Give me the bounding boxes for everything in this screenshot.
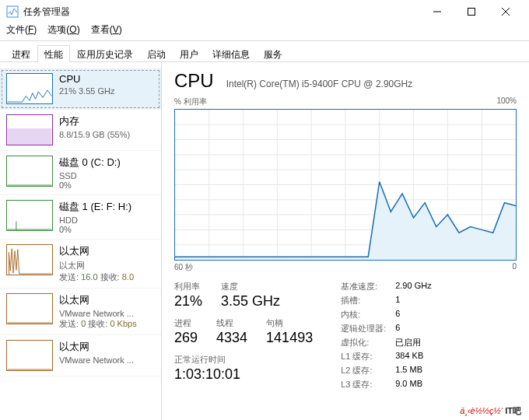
tab-details[interactable]: 详细信息: [205, 45, 257, 62]
sidebar-item-label: 内存: [59, 114, 130, 128]
svg-rect-5: [8, 128, 52, 145]
sidebar: CPU 21% 3.55 GHz 内存 8.8/15.9 GB (55%) 磁盘…: [0, 62, 162, 420]
thumb-cpu: [6, 73, 53, 104]
sidebar-item-cpu[interactable]: CPU 21% 3.55 GHz: [0, 68, 161, 110]
chart-bottom-labels: 60 秒 0: [174, 262, 517, 273]
tab-processes[interactable]: 进程: [5, 45, 37, 62]
menu-file[interactable]: 文件(F): [6, 23, 37, 40]
sidebar-item-sub: 8.8/15.9 GB (55%): [59, 130, 130, 139]
chart-x-min: 0: [512, 262, 517, 273]
thumb-ethernet: [6, 244, 53, 275]
uptime-label: 正常运行时间: [174, 354, 313, 366]
close-button[interactable]: [489, 0, 523, 23]
sidebar-item-sub: 21% 3.55 GHz: [59, 86, 115, 96]
chart-top-labels: % 利用率 100%: [174, 96, 517, 107]
sidebar-item-sub: HDD: [59, 215, 131, 225]
proc-value: 269: [174, 330, 198, 346]
sidebar-item-sub2: 发送: 0 接收: 0 Kbps: [59, 318, 137, 330]
content: CPU 21% 3.55 GHz 内存 8.8/15.9 GB (55%) 磁盘…: [0, 62, 529, 420]
main-header: CPU Intel(R) Core(TM) i5-9400F CPU @ 2.9…: [174, 70, 517, 92]
tab-app-history[interactable]: 应用历史记录: [70, 45, 140, 62]
watermark: ä¸‹è½½ç½‘ IT吧: [460, 405, 521, 417]
sidebar-item-sub: 以太网: [59, 260, 134, 271]
menubar: 文件(F) 选项(O) 查看(V): [0, 23, 529, 40]
sidebar-item-sub2: 0%: [59, 225, 131, 234]
sidebar-item-sub2: 0%: [59, 180, 121, 190]
maximize-button[interactable]: [454, 0, 489, 23]
main-panel: CPU Intel(R) Core(TM) i5-9400F CPU @ 2.9…: [162, 62, 529, 420]
sidebar-item-label: 磁盘 1 (E: F: H:): [59, 200, 131, 214]
tab-services[interactable]: 服务: [257, 45, 289, 62]
thumb-ethernet: [6, 340, 53, 371]
cpu-description: Intel(R) Core(TM) i5-9400F CPU @ 2.90GHz: [226, 79, 413, 89]
sidebar-item-sub: VMware Network ...: [59, 355, 134, 365]
sidebar-item-sub: SSD: [59, 171, 121, 180]
thumb-memory: [6, 114, 53, 145]
tab-users[interactable]: 用户: [173, 45, 205, 62]
minimize-button[interactable]: [420, 0, 454, 23]
menu-options[interactable]: 选项(O): [47, 23, 79, 40]
sidebar-item-label: CPU: [59, 73, 115, 85]
sidebar-item-label: 以太网: [59, 244, 134, 258]
sidebar-item-label: 以太网: [59, 293, 137, 307]
cpu-chart: [174, 109, 517, 261]
util-label: 利用率: [174, 281, 202, 292]
sidebar-item-disk1[interactable]: 磁盘 1 (E: F: H:) HDD 0%: [0, 195, 161, 240]
sidebar-item-ethernet-vm2[interactable]: 以太网 VMware Network ...: [0, 335, 161, 376]
sidebar-item-sub2: 发送: 16.0 接收: 8.0: [59, 271, 134, 283]
sidebar-item-sub: VMware Network ...: [59, 309, 137, 318]
tabs: 进程 性能 应用历史记录 启动 用户 详细信息 服务: [0, 40, 529, 62]
stats: 利用率 21% 速度 3.55 GHz 进程 269 线程 43: [174, 281, 517, 393]
chart-y-max: 100%: [496, 96, 517, 107]
sidebar-item-ethernet-vm1[interactable]: 以太网 VMware Network ... 发送: 0 接收: 0 Kbps: [0, 289, 161, 335]
detail-table: 基准速度:2.90 GHz 插槽:1 内核:6 逻辑处理器:6 虚拟化:已启用 …: [341, 281, 431, 393]
chart-y-label: % 利用率: [174, 96, 207, 107]
sidebar-item-label: 以太网: [59, 340, 134, 354]
thumb-disk: [6, 156, 53, 187]
menu-view[interactable]: 查看(V): [91, 23, 122, 40]
main-title: CPU: [174, 70, 214, 92]
thumb-disk: [6, 200, 53, 231]
util-value: 21%: [174, 293, 202, 310]
threads-label: 线程: [216, 317, 247, 329]
speed-label: 速度: [221, 281, 280, 292]
chart-x-max: 60 秒: [174, 262, 193, 273]
tab-performance[interactable]: 性能: [37, 45, 70, 62]
tab-startup[interactable]: 启动: [140, 45, 173, 62]
speed-value: 3.55 GHz: [221, 293, 280, 310]
titlebar: 任务管理器: [0, 0, 529, 23]
task-manager-icon: [6, 5, 19, 18]
sidebar-item-label: 磁盘 0 (C: D:): [59, 156, 121, 170]
uptime-value: 1:03:10:01: [174, 366, 313, 383]
threads-value: 4334: [216, 330, 247, 346]
handles-label: 句柄: [266, 317, 313, 329]
sidebar-item-ethernet[interactable]: 以太网 以太网 发送: 16.0 接收: 8.0: [0, 240, 161, 289]
handles-value: 141493: [266, 330, 313, 346]
sidebar-item-memory[interactable]: 内存 8.8/15.9 GB (55%): [0, 110, 161, 151]
svg-rect-2: [468, 9, 475, 16]
window-title: 任务管理器: [23, 5, 420, 19]
proc-label: 进程: [174, 317, 198, 329]
sidebar-item-disk0[interactable]: 磁盘 0 (C: D:) SSD 0%: [0, 151, 161, 195]
thumb-ethernet: [6, 293, 53, 324]
